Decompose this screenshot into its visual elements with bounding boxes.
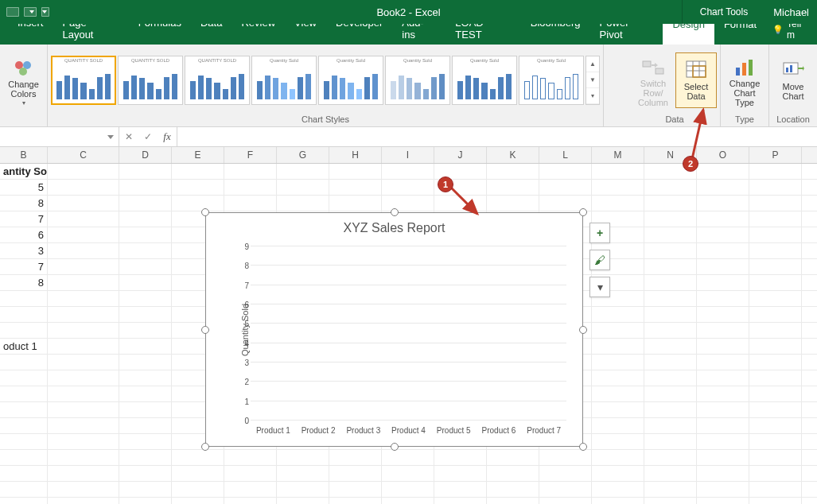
cell[interactable] [487,498,539,504]
worksheet-grid[interactable]: antity Sold5876378oduct 1 + 🖌 ▾ XYZ Sale… [0,164,817,504]
cell[interactable] [487,482,539,497]
cell[interactable] [592,386,644,401]
cell[interactable] [644,355,697,370]
cell[interactable] [119,450,172,465]
resize-handle[interactable] [579,443,587,451]
cell[interactable] [119,434,172,449]
cell[interactable] [644,498,697,504]
cell[interactable] [697,259,749,274]
cell[interactable] [644,370,697,386]
cell[interactable] [749,196,802,211]
cell[interactable] [382,450,434,465]
cell[interactable] [539,482,592,497]
column-header[interactable]: B [0,147,48,163]
cell[interactable] [119,259,172,274]
gallery-scroll[interactable]: ▲ ▼ ▾ [586,56,600,105]
cell[interactable] [592,339,644,354]
chart-style-thumb[interactable]: Quantity Sold [452,56,517,105]
cell[interactable] [0,450,48,465]
fx-button[interactable]: fx [158,127,177,146]
cell[interactable] [539,498,592,504]
grid-row[interactable] [0,450,817,466]
cell[interactable]: 3 [0,243,48,258]
select-data-button[interactable]: Select Data [675,52,717,108]
name-box[interactable] [0,127,119,146]
cell[interactable] [749,307,802,322]
cell[interactable] [172,164,224,179]
cell[interactable] [329,180,382,195]
cell[interactable] [119,355,172,370]
cell[interactable] [749,291,802,306]
cell[interactable] [644,180,697,195]
cell[interactable]: antity Sold [0,164,48,179]
resize-handle[interactable] [201,208,209,216]
cell[interactable] [697,164,749,179]
cell[interactable] [539,466,592,481]
cell[interactable] [592,434,644,449]
cell[interactable] [592,323,644,338]
cell[interactable] [592,402,644,417]
cell[interactable] [329,466,382,481]
cell[interactable] [329,164,382,179]
cell[interactable] [48,291,119,306]
cell[interactable] [644,434,697,449]
cell[interactable] [434,482,487,497]
cell[interactable] [119,370,172,386]
cell[interactable] [749,227,802,242]
cell[interactable] [0,291,48,306]
chart-styles-button[interactable]: 🖌 [589,250,610,270]
column-header[interactable]: H [329,147,382,163]
cell[interactable] [329,498,382,504]
cell[interactable] [119,339,172,354]
cell[interactable] [749,243,802,258]
cell[interactable] [48,323,119,338]
cell[interactable] [172,466,224,481]
cell[interactable] [48,370,119,386]
cell[interactable] [48,196,119,211]
cell[interactable] [119,498,172,504]
cell[interactable] [172,482,224,497]
cell[interactable] [644,243,697,258]
chart-style-thumb[interactable]: Quantity Sold [519,56,584,105]
gallery-down-icon[interactable]: ▼ [586,72,599,88]
resize-handle[interactable] [579,326,587,334]
grid-row[interactable]: 5 [0,180,817,196]
cell[interactable] [697,307,749,322]
cell[interactable] [48,164,119,179]
cell[interactable] [224,164,277,179]
cell[interactable] [224,498,277,504]
column-header[interactable]: K [487,147,539,163]
cell[interactable] [487,180,539,195]
cell[interactable] [48,355,119,370]
cell[interactable] [277,180,329,195]
cell[interactable] [749,275,802,290]
cell[interactable] [749,355,802,370]
cell[interactable] [48,307,119,322]
embedded-chart[interactable]: + 🖌 ▾ XYZ Sales Report Quantity Sold 012… [205,212,583,447]
cell[interactable] [0,466,48,481]
cell[interactable] [697,482,749,497]
move-chart-button[interactable]: Move Chart [772,52,814,108]
cell[interactable] [644,259,697,274]
cell[interactable] [749,164,802,179]
cell[interactable] [382,164,434,179]
cell[interactable]: 7 [0,259,48,274]
cell[interactable] [434,498,487,504]
cell[interactable] [644,418,697,433]
save-icon[interactable] [6,7,19,17]
cell[interactable] [697,243,749,258]
cell[interactable] [48,498,119,504]
cell[interactable] [644,323,697,338]
cell[interactable] [697,418,749,433]
cell[interactable] [48,418,119,433]
cell[interactable] [697,275,749,290]
cell[interactable] [277,482,329,497]
cell[interactable] [644,339,697,354]
cancel-formula-button[interactable]: ✕ [119,127,138,146]
gallery-more-icon[interactable]: ▾ [586,88,599,104]
column-header[interactable]: D [119,147,172,163]
chart-style-thumb[interactable]: QUANTITY SOLD [185,56,250,105]
cell[interactable] [119,180,172,195]
cell[interactable] [172,196,224,211]
chart-style-thumb[interactable]: Quantity Sold [318,56,383,105]
